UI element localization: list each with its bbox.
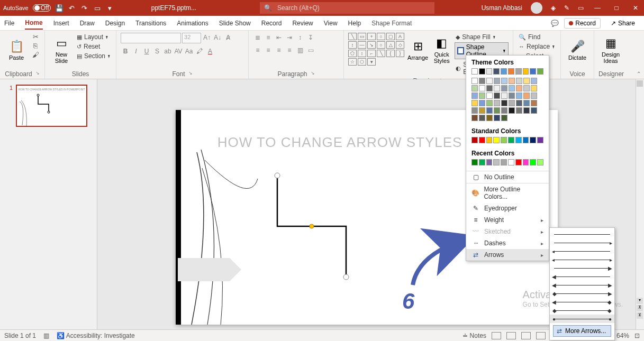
color-swatch[interactable] [516, 100, 522, 106]
user-name[interactable]: Usman Abbasi [482, 4, 522, 12]
copy-icon[interactable]: ⎘ [31, 42, 40, 50]
text-direction-icon[interactable]: ↧ [306, 33, 315, 42]
font-size-box[interactable]: 32 [182, 33, 201, 43]
color-swatch[interactable] [471, 78, 478, 84]
smartart-icon[interactable]: ▭ [306, 45, 315, 55]
share-button[interactable]: ↗Share [606, 18, 640, 29]
collapse-ribbon-icon[interactable]: ⌃ [637, 71, 641, 77]
qat-more-icon[interactable]: ▾ [106, 4, 114, 12]
color-swatch[interactable] [494, 93, 500, 99]
tab-help[interactable]: Help [348, 17, 361, 29]
minimize-icon[interactable]: — [592, 4, 603, 12]
arrow-style-both-oval[interactable]: ●● [550, 315, 614, 323]
color-swatch[interactable] [471, 100, 478, 106]
paragraph-dialog-icon[interactable]: ↘ [311, 70, 315, 78]
color-swatch[interactable] [493, 68, 500, 75]
color-swatch[interactable] [479, 68, 485, 75]
comments-icon[interactable]: 💬 [551, 20, 559, 27]
color-swatch[interactable] [471, 93, 478, 99]
pen-icon[interactable]: ✎ [564, 4, 569, 12]
new-slide-button[interactable]: ▭New Slide [49, 33, 74, 68]
color-swatch[interactable] [515, 68, 522, 75]
tab-design[interactable]: Design [105, 17, 125, 29]
color-swatch[interactable] [494, 115, 500, 121]
tab-transitions[interactable]: Transitions [135, 17, 166, 29]
color-swatch[interactable] [523, 78, 530, 84]
color-swatch[interactable] [531, 85, 537, 91]
find-button[interactable]: 🔍 Find [518, 33, 556, 41]
clipboard-dialog-icon[interactable]: ↘ [35, 70, 40, 78]
save-icon[interactable]: 💾 [55, 4, 64, 12]
tab-shape-format[interactable]: Shape Format [371, 17, 412, 29]
bullets-icon[interactable]: ≣ [253, 33, 262, 42]
color-swatch[interactable] [486, 68, 493, 75]
cut-icon[interactable]: ✂ [31, 33, 40, 41]
line-spacing-icon[interactable]: ↕ [295, 33, 305, 42]
slideshow-view-icon[interactable] [536, 332, 546, 339]
color-swatch[interactable] [479, 137, 485, 143]
color-swatch[interactable] [486, 137, 493, 143]
quick-styles-button[interactable]: ◧Quick Styles [431, 33, 452, 68]
color-swatch[interactable] [471, 107, 478, 114]
color-swatch[interactable] [471, 68, 478, 75]
sorter-view-icon[interactable] [506, 332, 516, 339]
color-swatch[interactable] [479, 85, 485, 91]
color-swatch[interactable] [471, 137, 478, 143]
design-ideas-button[interactable]: ▦Design Ideas [598, 33, 623, 68]
tab-home[interactable]: Home [25, 17, 42, 30]
present-icon[interactable]: ▭ [93, 4, 102, 12]
format-painter-icon[interactable]: 🖌 [31, 51, 40, 59]
color-swatch[interactable] [523, 100, 530, 106]
color-swatch[interactable] [509, 107, 515, 114]
color-swatch[interactable] [493, 159, 500, 165]
color-swatch[interactable] [531, 93, 537, 99]
color-swatch[interactable] [508, 137, 514, 143]
justify-icon[interactable]: ≡ [285, 45, 294, 55]
tab-slideshow[interactable]: Slide Show [219, 17, 251, 29]
columns-icon[interactable]: ▥ [295, 45, 305, 55]
arrow-style-both[interactable]: ◂▸ [554, 255, 610, 264]
decrease-indent-icon[interactable]: ⇤ [274, 33, 284, 42]
color-swatch[interactable] [486, 85, 493, 91]
underline-icon[interactable]: U [142, 47, 151, 56]
replace-button[interactable]: ↔ Replace ▾ [518, 42, 556, 51]
slide-count[interactable]: Slide 1 of 1 [4, 332, 36, 339]
color-swatch[interactable] [530, 68, 536, 75]
color-swatch[interactable] [537, 68, 543, 75]
color-swatch[interactable] [523, 85, 530, 91]
undo-icon[interactable]: ↶ [68, 4, 76, 12]
color-swatch[interactable] [494, 85, 500, 91]
tab-animations[interactable]: Animations [177, 17, 208, 29]
arrow-style-both-tri[interactable]: ◀▶ [554, 281, 610, 289]
color-swatch[interactable] [509, 93, 515, 99]
more-colors-item[interactable]: 🎨More Outline Colors... [466, 183, 549, 202]
avatar[interactable] [531, 2, 542, 14]
increase-indent-icon[interactable]: ⇥ [285, 33, 294, 42]
accessibility-button[interactable]: ♿ Accessibility: Investigate [57, 332, 135, 339]
color-swatch[interactable] [471, 115, 478, 121]
color-swatch[interactable] [501, 159, 507, 165]
notes-button[interactable]: ≐ Notes [462, 332, 486, 339]
color-swatch[interactable] [530, 159, 536, 165]
color-swatch[interactable] [509, 100, 515, 106]
dictate-button[interactable]: 🎤Dictate [565, 33, 589, 68]
tab-insert[interactable]: Insert [53, 17, 69, 29]
clear-formatting-icon[interactable]: A̷ [223, 33, 233, 42]
shapes-gallery[interactable]: ╲▭+○▢A↕ —↘○△◇⬠↕ ⌐╲{}☆⬡▾ [348, 33, 405, 66]
block-arrow-shape[interactable] [178, 258, 230, 281]
scroll-up-icon[interactable] [637, 80, 643, 87]
reading-view-icon[interactable] [521, 332, 531, 339]
case-icon[interactable]: Aa [184, 47, 194, 56]
color-swatch[interactable] [486, 93, 493, 99]
color-swatch[interactable] [531, 107, 537, 114]
arrange-button[interactable]: ⊞Arrange [407, 33, 429, 68]
color-swatch[interactable] [523, 107, 530, 114]
color-swatch[interactable] [516, 107, 522, 114]
color-swatch[interactable] [508, 68, 514, 75]
shape-fill-button[interactable]: ◆ Shape Fill ▾ [455, 33, 509, 41]
section-button[interactable]: ▤ Section ▾ [76, 52, 112, 60]
maximize-icon[interactable]: □ [611, 4, 622, 12]
font-color-icon[interactable]: A [205, 47, 215, 56]
color-swatch[interactable] [493, 137, 500, 143]
layout-button[interactable]: ▦ Layout ▾ [76, 33, 112, 41]
